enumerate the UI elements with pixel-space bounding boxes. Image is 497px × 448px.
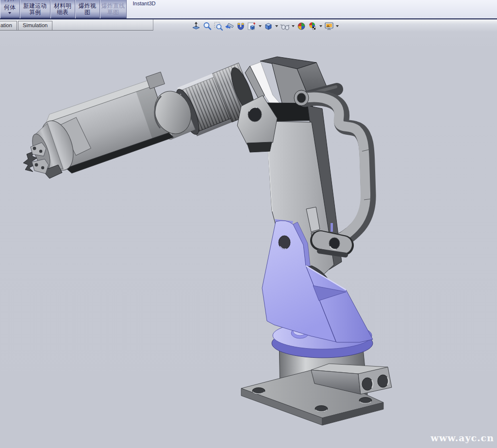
view-settings-icon[interactable] (324, 21, 334, 31)
apply-scene-dropdown-caret[interactable] (319, 25, 322, 27)
view-orientation-dropdown-caret[interactable] (259, 25, 262, 27)
toolbar-button-exploded-view[interactable]: 爆炸视图 (75, 0, 100, 18)
zoom-to-fit-icon[interactable] (202, 21, 212, 31)
previous-view-icon[interactable] (225, 21, 234, 31)
command-toolbar: 何体 何体 新建运动算例 材料明细表 爆炸视图 爆炸直线草图 Instant3D (0, 0, 497, 19)
normal-to-icon[interactable] (191, 21, 201, 31)
view-orientation-icon[interactable] (247, 21, 257, 31)
graphics-viewport[interactable]: ation Simulation (0, 19, 497, 448)
toolbar-button-explode-line-sketch: 爆炸直线草图 (100, 0, 127, 18)
motion-tab-strip: ation Simulation (0, 19, 153, 31)
display-style-dropdown-caret[interactable] (275, 25, 278, 27)
toolbar-button-instant3d[interactable]: Instant3D (127, 0, 162, 18)
robot-arm-model (0, 19, 497, 448)
tab-simulation[interactable]: Simulation (18, 21, 52, 30)
toolbar-empty-area (162, 0, 497, 18)
display-style-icon[interactable] (264, 21, 273, 31)
apply-scene-icon[interactable] (308, 21, 317, 31)
section-view-icon[interactable] (236, 21, 246, 31)
watermark: www.ayc.cn (431, 432, 494, 443)
dropdown-caret-icon[interactable] (8, 12, 11, 14)
toolbar-button-geometry[interactable]: 何体 何体 (0, 0, 20, 18)
hide-show-items-dropdown-caret[interactable] (292, 25, 295, 27)
zoom-to-area-icon[interactable] (214, 21, 223, 31)
tab-animation-partial[interactable]: ation (0, 21, 17, 30)
edit-appearance-icon[interactable] (297, 21, 306, 31)
headsup-view-toolbar (191, 21, 339, 32)
view-settings-dropdown-caret[interactable] (336, 25, 339, 27)
toolbar-button-bill-of-materials[interactable]: 材料明细表 (50, 0, 75, 18)
hide-show-items-icon[interactable] (280, 21, 290, 31)
toolbar-button-new-motion-study[interactable]: 新建运动算例 (20, 0, 50, 18)
solidworks-window: 何体 何体 新建运动算例 材料明细表 爆炸视图 爆炸直线草图 Instant3D (0, 0, 497, 448)
